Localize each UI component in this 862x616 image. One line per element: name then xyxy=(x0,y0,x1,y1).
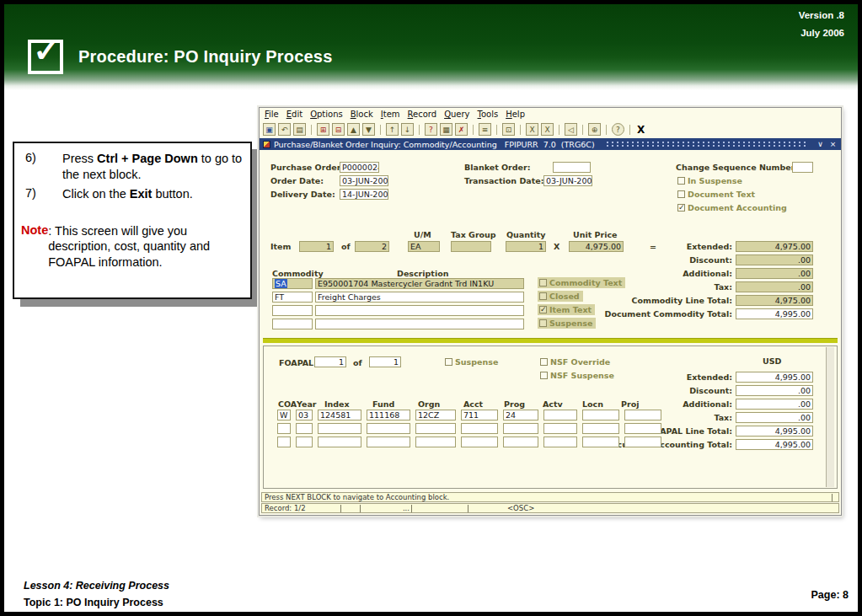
index-field[interactable]: 124581 xyxy=(318,410,361,420)
foapal-count-field[interactable]: 1 xyxy=(369,356,401,367)
orgn-field[interactable] xyxy=(415,423,456,434)
order-date-field[interactable]: 03-JUN-2003 xyxy=(340,175,388,186)
exit-icon[interactable]: X xyxy=(635,124,646,136)
menu-options[interactable]: Options xyxy=(310,110,343,121)
select-icon[interactable]: ▤ xyxy=(293,123,306,136)
commodity-line-total-field[interactable]: 4,975.00 xyxy=(736,295,813,306)
fund-field[interactable] xyxy=(367,423,410,434)
remove-record-icon[interactable]: ⊟ xyxy=(332,123,345,136)
transaction-date-field[interactable]: 03-JUN-2003 xyxy=(543,175,592,186)
in-suspense-checkbox[interactable]: In Suspense xyxy=(677,176,742,185)
insert-record-icon[interactable]: ⊞ xyxy=(317,123,329,136)
commodity-description-field[interactable]: Freight Charges xyxy=(315,292,524,303)
minimize-icon[interactable]: ∨ xyxy=(816,140,825,149)
document-text-checkbox[interactable]: Document Text xyxy=(677,190,755,199)
save-icon[interactable]: ▣ xyxy=(263,123,276,136)
commodity-code-field[interactable] xyxy=(272,305,313,316)
foapal-extended-field[interactable]: 4,995.00 xyxy=(736,372,813,383)
proj-field[interactable] xyxy=(624,423,661,434)
year-field[interactable]: 03 xyxy=(296,410,313,420)
orgn-field[interactable]: 12CZ xyxy=(415,410,456,420)
cancel-query-icon[interactable]: ✗ xyxy=(455,123,468,136)
actv-field[interactable] xyxy=(543,423,577,434)
execute-query-icon[interactable]: ▦ xyxy=(440,123,452,136)
close-icon[interactable]: × xyxy=(828,140,838,149)
index-field[interactable] xyxy=(318,423,361,434)
previous-block-icon[interactable]: ↑ xyxy=(386,123,399,136)
foapal-tax-field[interactable]: .00 xyxy=(736,412,813,423)
suspense-checkbox[interactable]: Suspense xyxy=(538,318,596,329)
item-text-checkbox[interactable]: Item Text xyxy=(538,304,595,315)
broadcast-icon[interactable]: ≡ xyxy=(479,123,491,136)
foapal-suspense-checkbox[interactable]: Suspense xyxy=(445,357,498,367)
export-excel-icon[interactable]: X xyxy=(526,123,538,136)
delivery-date-field[interactable]: 14-JUN-2003 xyxy=(340,189,388,200)
tax-field[interactable]: .00 xyxy=(736,281,813,292)
coa-field[interactable]: W xyxy=(277,410,291,420)
menu-block[interactable]: Block xyxy=(351,110,373,121)
locn-field[interactable] xyxy=(582,423,619,434)
foapal-line-total-field[interactable]: 4,995.00 xyxy=(736,426,813,437)
foapal-additional-field[interactable]: .00 xyxy=(736,399,813,410)
index-field[interactable] xyxy=(318,437,361,447)
additional-field[interactable]: .00 xyxy=(736,268,813,279)
menu-tools[interactable]: Tools xyxy=(478,110,499,121)
acct-field[interactable] xyxy=(461,423,498,434)
commodity-code-field[interactable]: FT xyxy=(272,292,313,303)
menu-file[interactable]: File xyxy=(265,110,279,121)
orgn-field[interactable] xyxy=(415,437,456,447)
item-count-field[interactable]: 2 xyxy=(355,241,389,252)
item-number-field[interactable]: 1 xyxy=(299,241,334,252)
foapal-number-field[interactable]: 1 xyxy=(314,356,346,367)
commodity-code-field[interactable] xyxy=(272,319,313,329)
commodity-description-field[interactable] xyxy=(315,319,524,329)
previous-record-icon[interactable]: ▲ xyxy=(347,123,360,136)
coa-field[interactable] xyxy=(277,437,291,447)
document-commodity-total-field[interactable]: 4,995.00 xyxy=(736,308,813,319)
year-field[interactable] xyxy=(296,437,313,447)
rollback-icon[interactable]: ↶ xyxy=(278,123,291,136)
menu-record[interactable]: Record xyxy=(408,110,437,121)
locn-field[interactable] xyxy=(582,437,619,447)
change-sequence-field[interactable] xyxy=(792,162,813,173)
commodity-code-field[interactable]: SA xyxy=(272,278,313,289)
prog-field[interactable] xyxy=(503,423,538,434)
fund-field[interactable] xyxy=(367,437,410,447)
next-record-icon[interactable]: ▼ xyxy=(362,123,375,136)
purchase-order-field[interactable]: P0000024 xyxy=(340,162,379,173)
proj-field[interactable] xyxy=(624,437,661,447)
enter-query-icon[interactable]: ? xyxy=(425,123,437,136)
extract-icon[interactable]: ⊕ xyxy=(588,123,601,136)
foapal-scrollbar[interactable] xyxy=(826,347,834,487)
next-block-icon[interactable]: ↓ xyxy=(401,123,414,136)
menu-query[interactable]: Query xyxy=(444,110,469,121)
prog-field[interactable]: 24 xyxy=(503,410,538,420)
actv-field[interactable] xyxy=(543,437,577,447)
quantity-field[interactable]: 1 xyxy=(506,241,546,252)
document-accounting-total-field[interactable]: 4,995.00 xyxy=(736,439,813,450)
print-icon[interactable]: ⊡ xyxy=(502,123,515,136)
sound-icon[interactable]: ◁ xyxy=(565,123,577,136)
commodity-description-field[interactable] xyxy=(315,305,524,316)
coa-field[interactable] xyxy=(277,423,291,434)
discount-field[interactable]: .00 xyxy=(736,254,813,265)
proj-field[interactable] xyxy=(624,410,661,420)
nsf-override-checkbox[interactable]: NSF Override xyxy=(540,357,610,367)
extended-field[interactable]: 4,975.00 xyxy=(736,241,813,252)
menu-item[interactable]: Item xyxy=(381,110,400,121)
closed-checkbox[interactable]: Closed xyxy=(538,291,583,302)
commodity-description-field[interactable]: E950001704 Mastercycler Gradnt Trd IN1KU xyxy=(315,278,524,289)
tax-group-field[interactable] xyxy=(451,241,491,252)
acct-field[interactable] xyxy=(461,437,498,447)
locn-field[interactable] xyxy=(582,410,619,420)
um-field[interactable]: EA xyxy=(408,241,440,252)
document-accounting-checkbox[interactable]: Document Accounting xyxy=(677,203,787,212)
prog-field[interactable] xyxy=(503,437,538,447)
actv-field[interactable] xyxy=(543,410,577,420)
year-field[interactable] xyxy=(296,423,313,434)
fund-field[interactable]: 111168 xyxy=(367,410,410,420)
menu-edit[interactable]: Edit xyxy=(286,110,303,121)
menu-help[interactable]: Help xyxy=(506,110,525,121)
blanket-order-field[interactable] xyxy=(553,162,591,173)
foapal-discount-field[interactable]: .00 xyxy=(736,385,813,396)
